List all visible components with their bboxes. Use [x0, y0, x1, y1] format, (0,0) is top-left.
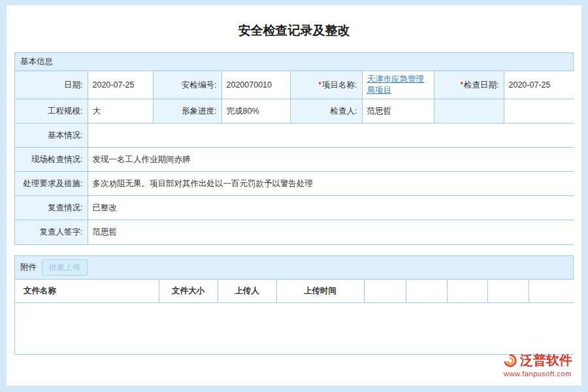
fanpu-swirl-icon: [503, 353, 517, 368]
review-status-value: 已整改: [88, 196, 574, 220]
basic-info-table: 日期: 2020-07-25 安检编号: 2020070010 *项目名称: 天…: [15, 71, 574, 244]
col-empty: [406, 280, 447, 303]
check-date-value: 2020-07-25: [504, 71, 574, 99]
col-file-size: 文件大小: [159, 280, 218, 303]
page-title: 安全检查记录及整改: [7, 22, 581, 39]
col-empty: [487, 280, 529, 303]
col-empty: [529, 280, 574, 303]
table-row: 复查人签字: 范思哲: [15, 220, 574, 244]
col-empty: [364, 280, 406, 303]
project-name-label-text: 项目名称:: [322, 80, 357, 90]
progress-label: 形象进度:: [153, 99, 221, 123]
project-name-label: *项目名称:: [290, 71, 362, 99]
empty-value-cell: [504, 99, 574, 123]
empty-label-cell: [434, 99, 504, 123]
project-name-cell: 天津市应急管理局项目: [362, 71, 434, 99]
review-status-label: 复查情况:: [15, 196, 88, 220]
attachments-section-header: 附件 批量上传: [15, 256, 573, 280]
date-label: 日期:: [15, 71, 88, 99]
table-header-row: 文件名称 文件大小 上传人 上传时间: [15, 280, 574, 303]
inspector-value: 范思哲: [362, 99, 434, 123]
brand-website: www.fanpusoft.com: [503, 370, 572, 378]
basic-info-panel: 基本信息 日期: 2020-07-25 安检编号: 2020070010 *项目…: [14, 52, 574, 245]
table-row: 日期: 2020-07-25 安检编号: 2020070010 *项目名称: 天…: [15, 71, 574, 99]
handling-requirements-label: 处理要求及措施:: [15, 172, 88, 196]
footer-logo: 泛普软件 www.fanpusoft.com: [503, 351, 572, 378]
reviewer-signature-label: 复查人签字:: [15, 220, 88, 244]
col-empty: [447, 280, 487, 303]
inspection-no-value: 2020070010: [221, 71, 290, 99]
table-row: [15, 303, 574, 354]
col-file-name: 文件名称: [15, 280, 159, 303]
scale-value: 大: [88, 99, 153, 123]
inspection-no-label: 安检编号:: [153, 71, 221, 99]
inspector-label: 检查人:: [290, 99, 362, 123]
progress-value: 完成80%: [221, 99, 290, 123]
site-check-value: 发现一名工人作业期间赤膊: [88, 148, 574, 172]
table-row: 基本情况:: [15, 123, 574, 148]
handling-requirements-value: 多次劝阻无果。项目部对其作出处以一百元罚款予以警告处理: [88, 172, 574, 196]
col-upload-time: 上传时间: [276, 280, 364, 303]
basic-situation-label: 基本情况:: [15, 123, 88, 148]
batch-upload-button[interactable]: 批量上传: [42, 259, 88, 276]
table-row: 工程规模: 大 形象进度: 完成80% 检查人: 范思哲: [15, 99, 574, 123]
table-row: 现场检查情况: 发现一名工人作业期间赤膊: [15, 148, 574, 172]
date-value: 2020-07-25: [88, 71, 153, 99]
check-date-label: *检查日期:: [434, 71, 504, 99]
reviewer-signature-value: 范思哲: [88, 220, 574, 244]
check-date-label-text: 检查日期:: [464, 80, 498, 90]
basic-info-section-header: 基本信息: [15, 53, 573, 71]
attachments-empty-body: [15, 303, 574, 354]
col-uploader: 上传人: [218, 280, 276, 303]
table-row: 复查情况: 已整改: [15, 196, 574, 220]
attachments-section-title: 附件: [20, 262, 37, 273]
project-name-link[interactable]: 天津市应急管理局项目: [367, 74, 425, 95]
required-mark: *: [318, 80, 321, 90]
attachments-table: 文件名称 文件大小 上传人 上传时间: [15, 280, 574, 354]
brand-name: 泛普软件: [520, 351, 572, 369]
page-content: 安全检查记录及整改 基本信息 日期: 2020-07-25 安检编号: 2020…: [7, 5, 581, 385]
table-row: 处理要求及措施: 多次劝阻无果。项目部对其作出处以一百元罚款予以警告处理: [15, 172, 574, 196]
site-check-label: 现场检查情况:: [15, 148, 88, 172]
scale-label: 工程规模:: [15, 99, 88, 123]
required-mark: *: [460, 80, 463, 90]
basic-info-section-title: 基本信息: [20, 56, 53, 67]
basic-situation-value: [88, 123, 574, 148]
attachments-panel: 附件 批量上传 文件名称 文件大小 上传人 上传时间: [14, 255, 574, 355]
